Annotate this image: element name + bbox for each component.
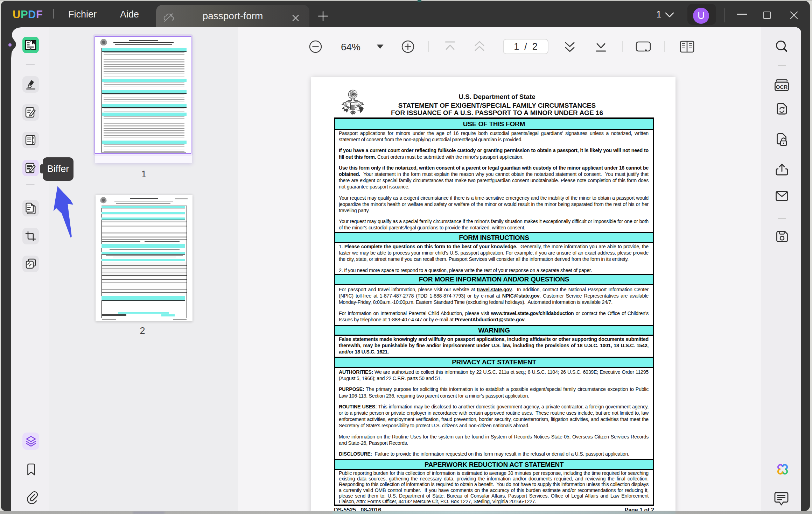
svg-text:OCR: OCR — [776, 84, 788, 90]
